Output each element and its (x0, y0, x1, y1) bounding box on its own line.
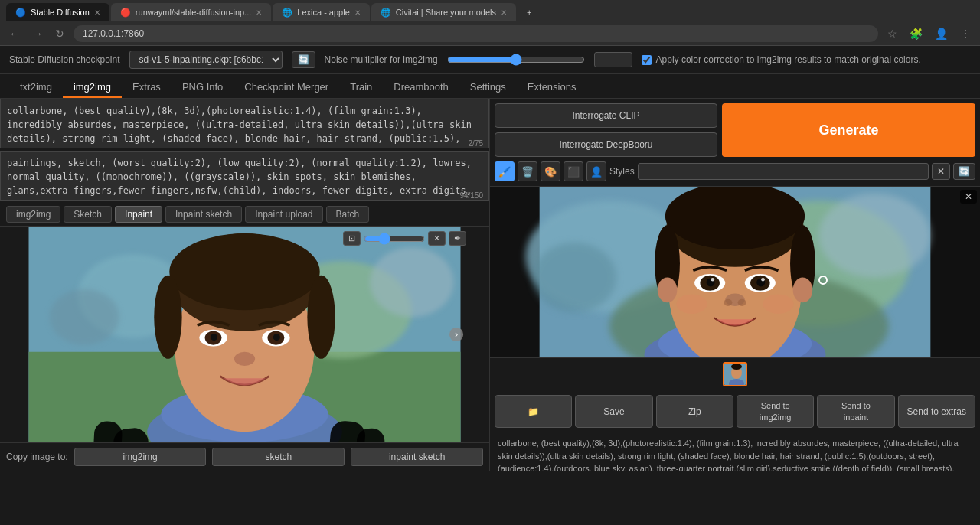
style-icon-trash[interactable]: 🗑️ (518, 161, 537, 181)
tab-dreambooth[interactable]: Dreambooth (383, 77, 459, 98)
tab-lexica[interactable]: 🌐 Lexica - apple ✕ (273, 3, 370, 21)
tab-runwayml[interactable]: 🔴 runwayml/stable-diffusion-inp... ✕ (111, 3, 271, 21)
copy-to-inpaint-sketch-btn[interactable]: inpaint sketch (351, 448, 483, 466)
mode-tab-inpaint[interactable]: Inpaint (115, 206, 162, 223)
mode-tab-batch[interactable]: Batch (326, 206, 370, 223)
negative-prompt-counter: 94/150 (459, 191, 483, 200)
canvas-toolbar: ⊡ ✕ ✒ (343, 231, 466, 246)
url-bar[interactable] (74, 25, 878, 42)
mode-tab-sketch[interactable]: Sketch (64, 206, 112, 223)
tab-checkpoint-merger[interactable]: Checkpoint Merger (234, 77, 339, 98)
style-icon-black[interactable]: ⬛ (564, 161, 583, 181)
svg-point-53 (738, 299, 746, 306)
bookmark-button[interactable]: ☆ (884, 26, 900, 41)
checkpoint-refresh-btn[interactable]: 🔄 (292, 51, 315, 68)
mode-tab-img2img[interactable]: img2img (6, 206, 60, 223)
copy-to-sketch-btn[interactable]: sketch (212, 448, 345, 466)
tab-close[interactable]: ✕ (354, 8, 361, 17)
noise-value-input[interactable]: 0 (594, 52, 632, 67)
negative-prompt-textarea[interactable]: paintings, sketch, (worst quality:2), (l… (0, 151, 489, 201)
send-to-inpaint-button[interactable]: Send toinpaint (817, 395, 894, 428)
tab-settings[interactable]: Settings (459, 77, 517, 98)
tab-png-info[interactable]: PNG Info (172, 77, 234, 98)
output-image (490, 187, 980, 357)
extensions-button[interactable]: 🧩 (906, 26, 926, 41)
styles-x-btn[interactable]: ✕ (932, 163, 950, 180)
tab-extras[interactable]: Extras (122, 77, 172, 98)
send-to-img2img-button[interactable]: Send toimg2img (737, 395, 814, 428)
style-icon-brush[interactable]: 🖌️ (495, 161, 514, 181)
tab-extensions[interactable]: Extensions (517, 77, 587, 98)
styles-input[interactable] (638, 163, 929, 180)
svg-point-20 (234, 352, 255, 366)
zip-button[interactable]: Zip (656, 395, 733, 428)
generate-area: Interrogate CLIP Interrogate DeepBooru G… (490, 99, 980, 187)
svg-point-12 (154, 276, 181, 359)
mode-tab-inpaint-sketch[interactable]: Inpaint sketch (165, 206, 242, 223)
menu-button[interactable]: ⋮ (957, 26, 974, 41)
svg-point-11 (169, 233, 319, 310)
svg-point-52 (724, 299, 732, 306)
negative-prompt-row: paintings, sketch, (worst quality:2), (l… (0, 151, 489, 203)
tab-img2img[interactable]: img2img (63, 77, 122, 98)
main-nav-tabs: txt2img img2img Extras PNG Info Checkpoi… (0, 74, 980, 99)
tab-txt2img[interactable]: txt2img (9, 77, 63, 98)
back-button[interactable]: ← (6, 26, 23, 41)
canvas-container: ⊡ ✕ ✒ (0, 227, 489, 442)
tab-close[interactable]: ✕ (501, 8, 507, 17)
canvas-tool-extra[interactable]: ✒ (449, 231, 466, 246)
generate-button[interactable]: Generate (722, 103, 975, 157)
output-thumbnail[interactable] (723, 362, 747, 386)
interrogate-deepbooru-btn[interactable]: Interrogate DeepBooru (495, 132, 717, 157)
interrogate-row: Interrogate CLIP (495, 103, 717, 128)
svg-point-50 (761, 278, 765, 282)
browser-chrome: 🔵 Stable Diffusion ✕ 🔴 runwayml/stable-d… (0, 0, 980, 46)
app-container: Stable Diffusion checkpoint sd-v1-5-inpa… (0, 46, 980, 497)
tab-new[interactable]: + (518, 3, 541, 21)
tab-stable-diffusion[interactable]: 🔵 Stable Diffusion ✕ (6, 3, 109, 21)
brush-size-slider[interactable] (364, 233, 425, 245)
tab-icon: 🌐 (381, 8, 391, 18)
output-area: ✕ (490, 187, 980, 357)
tab-train[interactable]: Train (339, 77, 383, 98)
svg-point-55 (763, 294, 793, 314)
color-correction-label: Apply color correction to img2img result… (656, 54, 921, 65)
right-panel: Interrogate CLIP Interrogate DeepBooru G… (490, 99, 980, 471)
mode-tab-inpaint-upload[interactable]: Inpaint upload (245, 206, 322, 223)
folder-button[interactable]: 📁 (495, 395, 572, 428)
send-to-extras-button[interactable]: Send to extras (898, 395, 975, 428)
tab-close[interactable]: ✕ (94, 8, 100, 17)
forward-button[interactable]: → (29, 26, 46, 41)
styles-apply-btn[interactable]: 🔄 (953, 163, 975, 180)
positive-prompt-row: collarbone, (best quality),(8k, 3d),(pho… (0, 99, 489, 151)
style-icon-person[interactable]: 👤 (586, 161, 606, 181)
action-buttons-row: 📁 Save Zip Send toimg2img Send toinpaint… (490, 390, 980, 432)
svg-text:›: › (455, 328, 458, 340)
svg-point-5 (50, 289, 119, 345)
tab-civitai[interactable]: 🌐 Civitai | Share your models ✕ (371, 3, 516, 21)
interrogate-clip-btn[interactable]: Interrogate CLIP (495, 103, 717, 128)
canvas-close-btn[interactable]: ✕ (428, 231, 446, 246)
copy-to-img2img-btn[interactable]: img2img (74, 448, 207, 466)
refresh-button[interactable]: ↻ (52, 26, 67, 41)
checkpoint-label: Stable Diffusion checkpoint (9, 54, 120, 65)
save-button[interactable]: Save (575, 395, 652, 428)
left-gen-controls: Interrogate CLIP Interrogate DeepBooru (495, 103, 717, 157)
style-icon-palette[interactable]: 🎨 (541, 161, 560, 181)
svg-point-4 (370, 247, 453, 317)
main-layout: collarbone, (best quality),(8k, 3d),(pho… (0, 99, 980, 471)
copy-label: Copy image to: (6, 452, 68, 462)
color-correction-checkbox[interactable] (642, 55, 652, 65)
svg-point-54 (676, 294, 707, 314)
tab-close[interactable]: ✕ (256, 8, 262, 17)
noise-slider[interactable] (447, 54, 585, 66)
canvas-fullscreen-btn[interactable]: ⊡ (343, 231, 361, 246)
output-close-btn[interactable]: ✕ (960, 190, 977, 204)
positive-prompt-area: collarbone, (best quality),(8k, 3d),(pho… (0, 99, 489, 151)
svg-point-19 (273, 334, 280, 341)
interrogate-deepbooru-row: Interrogate DeepBooru (495, 132, 717, 157)
checkpoint-select[interactable]: sd-v1-5-inpainting.ckpt [c6bbc15e32] (129, 51, 283, 69)
canvas-drawing[interactable]: › (0, 227, 489, 442)
profile-button[interactable]: 👤 (932, 26, 951, 41)
positive-prompt-textarea[interactable]: collarbone, (best quality),(8k, 3d),(pho… (0, 99, 489, 148)
